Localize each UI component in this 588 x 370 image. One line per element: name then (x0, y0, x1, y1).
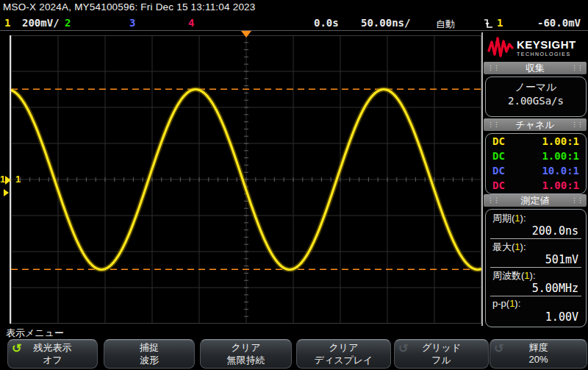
measurement-label: 最大(1): (492, 241, 526, 254)
channel1-vdiv[interactable]: 200mV/ (22, 17, 60, 29)
measurement-value: 5.00MHz (532, 282, 578, 295)
divider (490, 238, 581, 239)
trigger-position-marker[interactable] (241, 31, 251, 38)
grip-icon: ⋮⋮ (487, 194, 499, 207)
channel4-button[interactable]: 4 (188, 17, 194, 29)
measurements-panel: 周期(1): 200.0ns 最大(1): 501mV 周波数(1): 5.00… (485, 209, 587, 327)
ground-marker-label: 1 (0, 174, 5, 185)
channel1-button[interactable]: 1 (4, 17, 10, 29)
softkey-clear-display[interactable]: クリア ディスプレイ (296, 339, 391, 369)
measurement-label: 周波数(1): (492, 269, 536, 282)
channel1-trace-label: 1 (15, 174, 21, 185)
status-separator (0, 30, 588, 31)
ch2-coupling: DC (492, 150, 505, 162)
channel2-button[interactable]: 2 (65, 17, 71, 29)
trigger-mode[interactable]: 自動 (436, 18, 455, 31)
measurements-panel-header[interactable]: ⋮⋮ 測定値 ⋮⋮ (484, 194, 587, 207)
graticule-right-border (481, 32, 483, 326)
measurement-value: 200.0ns (532, 224, 578, 238)
graticule (11, 35, 481, 324)
softkey-value: オフ (8, 354, 97, 367)
measurement-value: 501mV (545, 253, 578, 266)
channels-panel: DC 1.00:1 DC 1.00:1 DC 10.0:1 DC 1.00:1 (485, 133, 587, 194)
softkey-label: クリア (297, 341, 390, 355)
softkey-grid[interactable]: ↺ グリッド フル (394, 339, 489, 369)
softkey-label: クリア (201, 341, 291, 355)
right-arrow-icon (4, 189, 9, 196)
window-title: MSO-X 2024A, MY54100596: Fri Dec 15 13:1… (3, 1, 256, 13)
channels-panel-header[interactable]: ⋮⋮ チャネル ⋮⋮ (484, 118, 587, 131)
oscilloscope-screen: MSO-X 2024A, MY54100596: Fri Dec 15 13:1… (0, 0, 588, 370)
softkey-capture-waveform[interactable]: 捕捉 波形 (104, 339, 195, 369)
trigger-level-readout[interactable]: -60.0mV (537, 17, 581, 29)
softkey-value: 20% (490, 354, 587, 365)
softkey-label: 捕捉 (104, 341, 194, 355)
measurement-label: p-p(1): (492, 298, 520, 309)
ch4-probe: 1.00:1 (542, 179, 579, 191)
ch3-probe: 10.0:1 (542, 165, 579, 177)
measurement-value: 1.00V (545, 310, 578, 324)
channels-header-label: チャネル (515, 119, 554, 130)
trigger-level-marker[interactable] (4, 185, 9, 199)
softkey-clear-persistence[interactable]: クリア 無限持続 (200, 339, 292, 369)
grip-icon: ⋮⋮ (487, 62, 499, 74)
grip-icon: ⋮⋮ (571, 62, 583, 74)
trigger-source[interactable]: 1 (497, 17, 503, 29)
ch2-probe: 1.00:1 (542, 150, 579, 162)
acquisition-panel-header[interactable]: ⋮⋮ 収集 ⋮⋮ (484, 62, 587, 74)
measurements-header-label: 測定値 (521, 195, 550, 206)
acquisition-mode: ノーマル (486, 81, 586, 94)
delay-readout[interactable]: 0.0s (314, 17, 339, 29)
softkey-persistence[interactable]: ↺ 残光表示 オフ (7, 339, 98, 369)
channel1-ground-marker[interactable]: 1 (0, 174, 11, 185)
ch1-probe: 1.00:1 (542, 135, 579, 147)
ch4-coupling: DC (492, 179, 505, 191)
brand-name: KEYSIGHT (517, 38, 576, 51)
ch1-coupling: DC (492, 135, 505, 147)
channel3-button[interactable]: 3 (129, 17, 135, 29)
falling-edge-trigger-icon (484, 17, 493, 29)
ch3-coupling: DC (492, 165, 505, 177)
softkey-intensity[interactable]: ↺ 輝度 20% (490, 339, 587, 369)
divider (490, 296, 581, 296)
grip-icon: ⋮⋮ (487, 118, 499, 131)
menu-title: 表示メニュー (6, 327, 64, 340)
acquisition-header-label: 収集 (526, 63, 545, 74)
softkey-value: ディスプレイ (297, 354, 390, 367)
grip-icon: ⋮⋮ (571, 118, 583, 131)
acquisition-panel: ノーマル 2.00GSa/s (485, 77, 587, 117)
timebase-readout[interactable]: 50.00ns/ (361, 17, 410, 29)
softkey-value: 波形 (104, 354, 194, 367)
softkey-value: 無限持続 (201, 354, 291, 367)
measurement-label: 周期(1): (492, 212, 526, 225)
brand-subtitle: TECHNOLOGIES (517, 51, 571, 57)
right-arrow-icon (5, 176, 11, 185)
grip-icon: ⋮⋮ (571, 194, 583, 207)
softkey-label: 残光表示 (8, 341, 97, 355)
sample-rate: 2.00GSa/s (486, 95, 586, 107)
softkey-value: フル (395, 354, 488, 367)
divider (490, 267, 581, 268)
keysight-logo-icon (487, 36, 514, 58)
softkey-label: 輝度 (490, 341, 587, 355)
softkey-label: グリッド (395, 341, 488, 355)
